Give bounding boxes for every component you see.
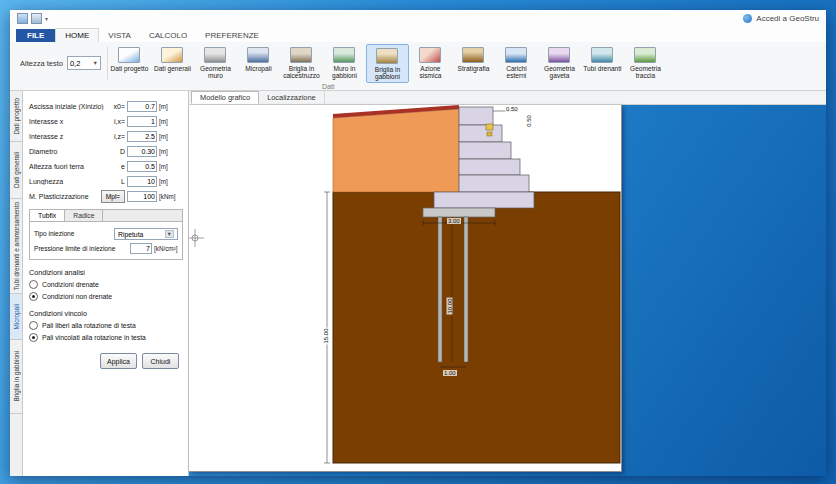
lunghezza-input[interactable] <box>127 176 157 187</box>
azione-sismica-button[interactable]: Azione sismica <box>409 44 452 83</box>
app-icon[interactable] <box>17 13 28 24</box>
pile-type-groupbox: Tubfix Radice Tipo iniezione Ripetuta ▼ <box>29 209 183 260</box>
applica-button[interactable]: Applica <box>100 353 137 369</box>
field-symbol: x0= <box>107 103 127 110</box>
annotation-marker <box>486 124 493 136</box>
tab-tubfix[interactable]: Tubfix <box>30 210 65 221</box>
sidetab-tubi-drenanti[interactable]: Tubi drenanti e ammorsamento <box>10 199 22 294</box>
mpl-input[interactable] <box>127 191 157 202</box>
ribbon-group-label: Dati <box>322 83 334 90</box>
radio-icon-selected <box>29 333 38 342</box>
interasse-x-input[interactable] <box>127 116 157 127</box>
altezza-fuori-terra-input[interactable] <box>127 161 157 172</box>
section-drawing <box>189 105 621 471</box>
dim-label-height: 15.00 <box>323 327 329 344</box>
dati-progetto-button[interactable]: Dati progetto <box>108 44 151 83</box>
tab-modello-grafico[interactable]: Modello grafico <box>191 91 259 104</box>
geostru-account-icon <box>743 14 752 23</box>
field-row-altezza: Altezza fuori terra e [m] <box>29 159 183 174</box>
carichi-esterni-button[interactable]: Carichi esterni <box>495 44 538 83</box>
geometria-gaveta-button[interactable]: Geometria gaveta <box>538 44 581 83</box>
desktop: ▾ Accedi a GeoStru FILE HOME VISTA CALCO… <box>0 0 836 484</box>
injection-value: Ripetuta <box>118 231 143 238</box>
text-height-combo[interactable]: 0,2 ▼ <box>67 56 101 70</box>
dim-label-pile-spacing: 1.00 <box>443 370 457 376</box>
panel-buttons: Applica Chiudi <box>29 353 183 369</box>
geometria-traccia-button[interactable]: Geometria traccia <box>624 44 667 83</box>
gabion-block <box>459 107 493 125</box>
radio-pali-liberi[interactable]: Pali liberi alla rotazione di testa <box>29 321 183 330</box>
gabion-block <box>459 159 520 175</box>
radio-condizioni-non-drenate[interactable]: Condizioni non drenate <box>29 292 183 301</box>
model-sheet[interactable]: 15.00 10.00 3.00 1.00 0.50 0.50 <box>189 105 622 472</box>
text-height-value: 0,2 <box>70 59 80 68</box>
stratigrafia-button[interactable]: Stratigrafia <box>452 44 495 83</box>
tab-localizzazione[interactable]: Localizzazione <box>259 91 324 104</box>
field-label: Lunghezza <box>29 178 107 185</box>
tab-calcolo[interactable]: CALCOLO <box>140 29 196 42</box>
field-label: Diametro <box>29 148 107 155</box>
sidetab-dati-progetto[interactable]: Dati progetto <box>10 91 22 142</box>
title-bar: ▾ Accedi a GeoStru <box>10 10 826 27</box>
tubi-drenanti-icon <box>591 47 613 63</box>
ribbon: Altezza testo 0,2 ▼ Dati progetto Dati g… <box>10 42 826 91</box>
sidetab-briglia-gabbioni[interactable]: Briglia in gabbioni <box>10 340 22 414</box>
field-unit: [m] <box>157 118 183 125</box>
gabion-block <box>459 142 511 159</box>
geometria-muro-icon <box>204 47 226 63</box>
field-unit: [m] <box>157 163 183 170</box>
drawing-viewport: Modello grafico Localizzazione <box>189 91 826 476</box>
tab-radice[interactable]: Radice <box>65 210 103 221</box>
sidetab-micropali[interactable]: Micropali <box>10 294 22 340</box>
tab-preferenze[interactable]: PREFERENZE <box>196 29 268 42</box>
field-label: Interasse x <box>29 118 107 125</box>
save-icon[interactable] <box>31 13 42 24</box>
quick-access-toolbar: ▾ <box>17 13 48 24</box>
geometria-muro-button[interactable]: Geometria muro <box>194 44 237 83</box>
geometria-gaveta-icon <box>548 47 570 63</box>
dati-generali-icon <box>161 47 183 63</box>
muro-gabbioni-icon <box>333 47 355 63</box>
field-row-interasse-z: Interasse z i,z= [m] <box>29 129 183 144</box>
quickaccess-caret-icon[interactable]: ▾ <box>45 15 48 22</box>
interasse-z-input[interactable] <box>127 131 157 142</box>
azione-sismica-icon <box>419 47 441 63</box>
field-row-diametro: Diametro D [m] <box>29 144 183 159</box>
field-row-ascissa: Ascissa iniziale (Xinizio) x0= [m] <box>29 99 183 114</box>
geometria-traccia-icon <box>634 47 656 63</box>
tubi-drenanti-button[interactable]: Tubi drenanti <box>581 44 624 83</box>
tab-file[interactable]: FILE <box>16 29 55 42</box>
dim-label-step: 0.50 <box>526 114 532 128</box>
injection-type-dropdown[interactable]: Ripetuta ▼ <box>114 228 178 240</box>
diametro-input[interactable] <box>127 146 157 157</box>
tab-home[interactable]: HOME <box>55 28 99 42</box>
ascissa-input[interactable] <box>127 101 157 112</box>
ribbon-tab-row: FILE HOME VISTA CALCOLO PREFERENZE <box>10 27 826 42</box>
micropali-button[interactable]: Micropali <box>237 44 280 83</box>
pressure-row: Pressione limite di iniezione [kN/cm²] <box>34 243 178 254</box>
radio-condizioni-drenate[interactable]: Condizioni drenate <box>29 280 183 289</box>
dati-generali-button[interactable]: Dati generali <box>151 44 194 83</box>
field-label: M. Plasticizzazione <box>29 193 101 200</box>
buried-block <box>434 192 534 208</box>
chevron-down-icon: ▼ <box>165 230 174 238</box>
mpl-button[interactable]: Mpl= <box>101 190 125 203</box>
backfill-region <box>333 109 459 192</box>
foundation-slab <box>423 208 495 217</box>
sidetab-dati-generali[interactable]: Dati generali <box>10 142 22 199</box>
pile-type-tabs: Tubfix Radice <box>30 210 182 222</box>
radio-pali-vincolati[interactable]: Pali vincolati alla rotazione in testa <box>29 333 183 342</box>
field-symbol: i,z= <box>107 133 127 140</box>
muro-gabbioni-button[interactable]: Muro in gabbioni <box>323 44 366 83</box>
tab-vista[interactable]: VISTA <box>99 29 140 42</box>
stratigrafia-icon <box>462 47 484 63</box>
briglia-calcestruzzo-button[interactable]: Briglia in calcestruzzo <box>280 44 323 83</box>
text-height-group: Altezza testo 0,2 ▼ <box>14 46 108 80</box>
field-symbol: e <box>107 163 127 170</box>
signin-link[interactable]: Accedi a GeoStru <box>743 14 819 23</box>
radio-icon <box>29 321 38 330</box>
text-height-label: Altezza testo <box>20 59 63 68</box>
briglia-gabbioni-button[interactable]: Briglia in gabbioni <box>366 44 409 83</box>
pressure-input[interactable] <box>130 243 152 254</box>
chiudi-button[interactable]: Chiudi <box>142 353 179 369</box>
